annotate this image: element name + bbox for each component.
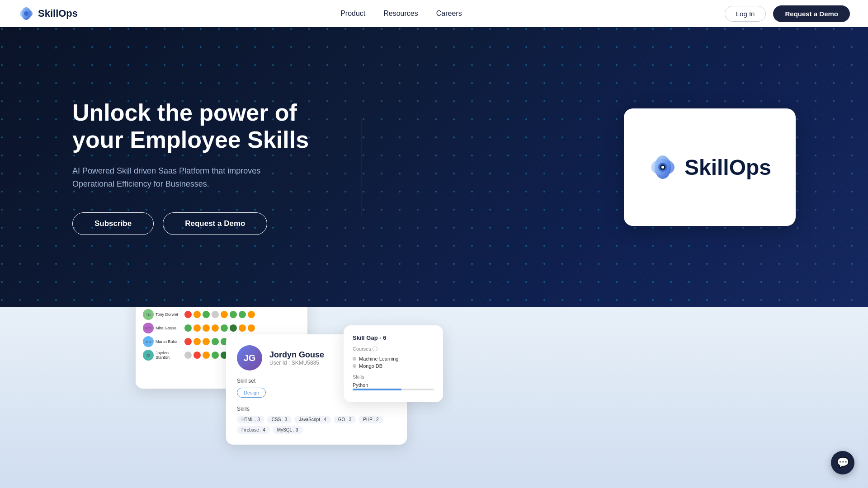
bottom-section: Sk1 Sk2 Sk3 Sk4 Sk5 Sk6 Sk7 Sk8 PC Parth…	[0, 307, 868, 488]
skill-bar-fill	[353, 389, 401, 390]
skills-section: Skills Python	[353, 374, 434, 390]
avatar: JG	[237, 345, 262, 371]
hero-buttons: Subscribe Request a Demo	[72, 212, 326, 235]
logo-text: SkillOps	[38, 8, 78, 19]
skill-dot	[221, 324, 228, 332]
hero-logo-card: SkillOps	[624, 108, 796, 226]
skill-item: Python	[353, 382, 434, 390]
svg-point-9	[661, 166, 664, 169]
skill-chip: CSS . 3	[267, 416, 292, 423]
skill-chip: Firebase . 4	[237, 426, 270, 434]
nav-item-product[interactable]: Product	[340, 9, 365, 18]
skill-dot	[248, 324, 255, 332]
course-item: Mongo DB	[353, 363, 434, 369]
skill-gap-title: Skill Gap - 6	[353, 334, 434, 341]
login-button[interactable]: Log In	[725, 6, 766, 22]
skill-dot	[184, 324, 192, 332]
skill-dots	[184, 324, 255, 332]
skill-dot	[203, 352, 210, 359]
skill-chip: PHP . 2	[359, 416, 383, 423]
course-dot	[353, 364, 356, 368]
request-demo-nav-button[interactable]: Request a Demo	[773, 5, 850, 22]
skill-dot	[212, 338, 219, 345]
skill-dot	[230, 311, 237, 318]
skill-chip: MySQL . 3	[273, 426, 303, 434]
avatar: MG	[143, 323, 154, 333]
skill-dot	[248, 311, 255, 318]
skill-dot	[193, 338, 201, 345]
avatar: TD	[143, 309, 154, 320]
skill-chip: JavaScript . 4	[294, 416, 331, 423]
skill-tag: Design	[237, 388, 266, 398]
skill-dot	[239, 311, 246, 318]
course-name: Mongo DB	[359, 363, 382, 369]
subscribe-button[interactable]: Subscribe	[72, 212, 154, 235]
skill-dot	[184, 311, 192, 318]
courses-label: Courses ⓘ	[353, 346, 434, 352]
user-name-cell: Martin Bafor	[156, 339, 183, 344]
course-item: Machine Learning	[353, 356, 434, 361]
logo-link[interactable]: SkillOps	[18, 5, 78, 22]
avatar: MB	[143, 336, 154, 347]
avatar: JS	[143, 350, 154, 361]
skill-dot	[239, 324, 246, 332]
skill-dot	[193, 311, 201, 318]
nav-item-resources[interactable]: Resources	[383, 9, 418, 18]
skill-dot	[212, 324, 219, 332]
skill-chips: HTML . 3 CSS . 3 JavaScript . 4 GO . 3 P…	[237, 416, 396, 434]
table-row: MG Mira Gouse	[143, 323, 300, 333]
hero-section: Unlock the power of your Employee Skills…	[0, 27, 868, 307]
logo-icon	[18, 5, 34, 22]
user-name: Jordyn Gouse	[269, 350, 324, 360]
skill-dot	[212, 311, 219, 318]
skill-dot	[203, 324, 210, 332]
skill-dot	[221, 311, 228, 318]
request-demo-hero-button[interactable]: Request a Demo	[163, 212, 267, 235]
skill-bar	[353, 389, 434, 390]
skill-dot	[203, 311, 210, 318]
user-name-cell: Mira Gouse	[156, 326, 183, 330]
skill-dot	[212, 352, 219, 359]
skill-dot	[193, 352, 201, 359]
user-name-cell: Tony Dorwet	[156, 312, 183, 317]
course-name: Machine Learning	[359, 356, 398, 361]
nav-links: Product Resources Careers	[340, 9, 462, 18]
svg-point-2	[24, 11, 28, 16]
hero-content: Unlock the power of your Employee Skills…	[72, 99, 326, 235]
nav-item-careers[interactable]: Careers	[436, 9, 462, 18]
skills-section-label: Skills	[353, 374, 434, 380]
table-row: TD Tony Dorwet	[143, 309, 300, 320]
skill-chip: HTML . 3	[237, 416, 264, 423]
skill-dot	[230, 324, 237, 332]
skill-chip: GO . 3	[334, 416, 356, 423]
skills-label: Skills	[237, 406, 396, 412]
hero-card-logo: SkillOps	[648, 153, 771, 182]
chat-bubble[interactable]: 💬	[831, 451, 854, 474]
course-dot	[353, 357, 356, 361]
hero-subtitle: AI Powered Skill driven Saas Platform th…	[72, 164, 262, 191]
skill-name: Python	[353, 382, 368, 388]
chat-icon: 💬	[837, 457, 849, 469]
skill-gap-card: Skill Gap - 6 Courses ⓘ Machine Learning…	[344, 325, 443, 402]
navbar: SkillOps Product Resources Careers Log I…	[0, 0, 868, 27]
user-info: Jordyn Gouse User Id : SKMU5885	[269, 350, 324, 366]
skill-dots	[184, 311, 255, 318]
hero-card-logo-icon	[648, 153, 677, 182]
skill-dot	[193, 324, 201, 332]
skill-dot	[184, 352, 192, 359]
hero-title: Unlock the power of your Employee Skills	[72, 99, 326, 154]
hero-card-logo-text: SkillOps	[684, 155, 771, 180]
skill-dot	[184, 338, 192, 345]
skill-dot	[203, 338, 210, 345]
hero-divider	[362, 117, 362, 217]
user-name-cell: Jaydon Stanton	[156, 351, 183, 360]
nav-actions: Log In Request a Demo	[725, 5, 850, 22]
user-id: User Id : SKMU5885	[269, 360, 324, 366]
